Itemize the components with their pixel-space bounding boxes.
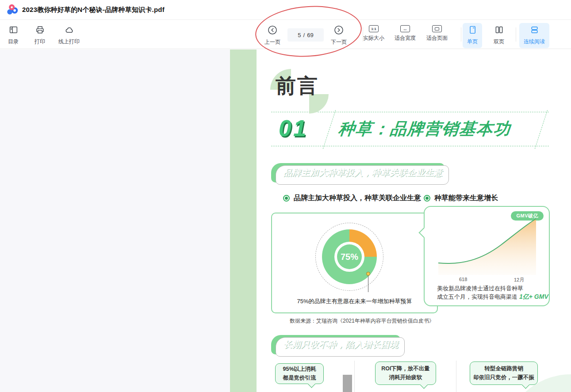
ribbon-banner-secondary: 长期只收不种，陷入增长困境 xyxy=(271,335,400,354)
donut-center-label: 75% xyxy=(337,244,362,269)
title-bar: 2023教你种好草的N个秘诀-品牌种草知识卡.pdf xyxy=(0,0,571,20)
double-page-mode-button[interactable]: 双页 xyxy=(494,25,504,46)
gmv-caption-line1: 美妆新品牌凌博士通过在抖音种草 xyxy=(437,285,523,293)
double-page-icon xyxy=(494,25,504,36)
gmv-highlight: 1亿+ GMV xyxy=(519,293,548,300)
single-page-mode-button[interactable]: 单页 xyxy=(463,23,482,48)
gmv-caption-line2-text: 成立五个月，实现抖音电商渠道 xyxy=(437,293,517,300)
pain-bubble-1-line2: 都是竞价引流 xyxy=(283,374,316,382)
slanted-dashed-line xyxy=(323,110,336,149)
donut-marker-dot xyxy=(366,272,370,276)
section-title: 种草：品牌营销基本功 xyxy=(337,118,512,140)
toc-icon xyxy=(9,25,18,36)
online-print-label: 线上打印 xyxy=(58,38,80,46)
page-green-stripe xyxy=(230,49,257,392)
gmv-area-chart xyxy=(437,217,538,275)
bullet-icon xyxy=(283,195,290,202)
netdisk-logo-icon xyxy=(6,4,19,16)
pain-bubble-3: 转型全链路营销 却依旧只竞价，一蹶不振 xyxy=(470,362,538,385)
column-divider xyxy=(456,361,456,392)
actual-size-button[interactable]: 1:1 实际大小 xyxy=(363,25,384,42)
continuous-reading-button[interactable]: 连续阅读 xyxy=(519,23,549,48)
chevron-left-circle-icon xyxy=(268,25,277,36)
document-viewport: 前言 01 种草：品牌营销基本功 品牌主加大种草投入，种草关联企业生意 品牌主加… xyxy=(0,49,571,392)
page-number-input[interactable]: 5 / 69 xyxy=(287,28,324,42)
pain-bubble-2-line1: ROI下降，放不出量 xyxy=(381,365,430,373)
bullet-icon xyxy=(424,195,430,202)
ribbon-banner-primary-text: 品牌主加大种草投入，种草关联企业生意 xyxy=(284,167,443,179)
ribbon-banner-primary: 品牌主加大种草投入，种草关联企业生意 xyxy=(271,163,445,183)
next-page-button[interactable]: 下一页 xyxy=(331,25,347,46)
data-source-note: 数据来源：艾瑞咨询《2021年种草内容平台营销价值白皮书》 xyxy=(290,317,434,325)
pain-bubble-1-line1: 95%以上消耗 xyxy=(283,365,316,373)
toolbar: 目录 打印 线上打印 上一页 5 / 69 xyxy=(0,20,571,49)
print-button[interactable]: 打印 xyxy=(34,25,45,46)
toolbar-separator xyxy=(516,27,516,42)
donut-chart: 75% xyxy=(322,229,377,284)
page-current: 5 xyxy=(298,32,301,38)
document-filename: 2023教你种好草的N个秘诀-品牌种草知识卡.pdf xyxy=(22,6,165,14)
bullet-heading-left: 品牌主加大种草投入，种草关联企业生意 xyxy=(283,194,421,203)
gmv-x-label-dec: 12月 xyxy=(514,277,524,283)
ribbon-banner-secondary-text: 长期只收不种，陷入增长困境 xyxy=(284,339,399,350)
slanted-dashed-line xyxy=(535,110,548,149)
bar-chart-bar xyxy=(343,375,352,392)
fit-page-label: 适合页面 xyxy=(426,34,448,42)
single-page-label: 单页 xyxy=(467,38,478,46)
foreword-heading: 前言 xyxy=(276,72,319,100)
actual-size-label: 实际大小 xyxy=(363,34,384,42)
toc-button[interactable]: 目录 xyxy=(8,25,19,46)
single-page-icon xyxy=(468,25,477,36)
pain-bubble-2: ROI下降，放不出量 消耗开始疲软 xyxy=(375,362,436,385)
toolbar-separator xyxy=(461,27,461,42)
printer-icon xyxy=(35,25,45,36)
continuous-reading-label: 连续阅读 xyxy=(524,38,545,46)
double-page-label: 双页 xyxy=(494,38,504,46)
bullet-heading-right-text: 种草能带来生意增长 xyxy=(434,194,498,203)
pain-bubble-3-line2: 却依旧只竞价，一蹶不振 xyxy=(473,373,534,382)
pain-bubble-1: 95%以上消耗 都是竞价引流 xyxy=(275,363,324,384)
one-to-one-icon: 1:1 xyxy=(369,25,379,32)
prev-page-label: 上一页 xyxy=(264,38,280,46)
cloud-icon xyxy=(65,25,74,36)
pain-bubble-2-line2: 消耗开始疲软 xyxy=(389,373,422,382)
column-divider xyxy=(354,361,355,392)
fit-width-label: 适合宽度 xyxy=(395,34,416,42)
page-total: 69 xyxy=(307,32,313,38)
chevron-right-circle-icon xyxy=(334,25,344,36)
donut-chart-card: 75% 75%的品牌主有意愿在未来一年增加种草预算 xyxy=(271,213,438,313)
gmv-chart-card: GMV破亿 618 12月 美妆新品牌凌博士通过在抖音种草 成立五个月，实现抖音… xyxy=(424,206,550,306)
donut-caption: 75%的品牌主有意愿在未来一年增加种草预算 xyxy=(272,297,437,305)
section-number: 01 xyxy=(279,115,308,141)
prev-page-button[interactable]: 上一页 xyxy=(264,25,280,46)
next-page-label: 下一页 xyxy=(331,38,347,46)
fit-width-icon: ↔ xyxy=(400,25,410,32)
pain-bubble-3-line1: 转型全链路营销 xyxy=(484,365,523,373)
online-print-button[interactable]: 线上打印 xyxy=(58,25,80,46)
toc-label: 目录 xyxy=(8,38,19,46)
pdf-viewer-window: 2023教你种好草的N个秘诀-品牌种草知识卡.pdf 目录 打印 线上打印 xyxy=(0,0,571,392)
print-label: 打印 xyxy=(34,38,45,46)
page-separator: / xyxy=(303,32,305,38)
fit-width-button[interactable]: ↔ 适合宽度 xyxy=(395,25,416,42)
bullet-heading-left-text: 品牌主加大种草投入，种草关联企业生意 xyxy=(294,194,421,203)
fit-page-icon xyxy=(432,25,442,32)
continuous-reading-icon xyxy=(530,25,539,36)
bullet-heading-right: 种草能带来生意增长 xyxy=(424,194,498,203)
gmv-caption-line2: 成立五个月，实现抖音电商渠道1亿+ GMV xyxy=(437,293,548,301)
donut-marker-line xyxy=(368,276,368,292)
fit-page-button[interactable]: 适合页面 xyxy=(426,25,448,42)
section-header: 01 种草：品牌营销基本功 xyxy=(271,112,549,146)
gmv-x-label-618: 618 xyxy=(459,277,467,282)
